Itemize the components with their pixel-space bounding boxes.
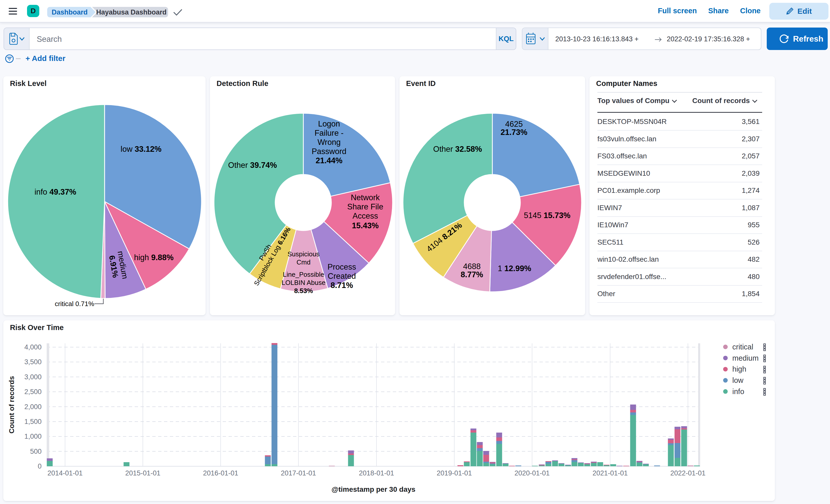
svg-text:2016-01-01: 2016-01-01 <box>203 469 238 477</box>
svg-text:4688: 4688 <box>463 262 481 271</box>
svg-text:Count of records: Count of records <box>8 376 15 434</box>
svg-text:Process: Process <box>327 262 356 272</box>
svg-text:3,000: 3,000 <box>24 373 41 381</box>
svg-text:Wrong: Wrong <box>318 138 341 147</box>
svg-text:Logon: Logon <box>318 119 340 128</box>
svg-text:Other 32.58%: Other 32.58% <box>433 145 482 154</box>
svg-text:high: high <box>732 365 746 373</box>
svg-text:Hayabusa Dashboard: Hayabusa Dashboard <box>96 8 166 16</box>
svg-text:2,000: 2,000 <box>24 403 41 411</box>
svg-text:LOLBIN Abuse: LOLBIN Abuse <box>282 279 325 286</box>
svg-text:8.53%: 8.53% <box>294 287 313 294</box>
svg-text:2018-01-01: 2018-01-01 <box>359 469 394 477</box>
svg-text:2015-01-01: 2015-01-01 <box>125 469 160 477</box>
svg-text:info 49.37%: info 49.37% <box>34 187 76 196</box>
svg-text:high 9.88%: high 9.88% <box>134 253 173 262</box>
svg-text:1 12.99%: 1 12.99% <box>498 264 531 273</box>
svg-text:Cmd: Cmd <box>297 258 311 266</box>
svg-text:4625: 4625 <box>505 120 523 129</box>
svg-text:0: 0 <box>38 463 41 470</box>
svg-text:Other 39.74%: Other 39.74% <box>228 161 277 169</box>
svg-text:21.73%: 21.73% <box>501 128 527 137</box>
svg-text:21.44%: 21.44% <box>316 156 342 165</box>
svg-text:4,000: 4,000 <box>24 343 41 351</box>
svg-text:500: 500 <box>30 448 41 455</box>
svg-text:Failure -: Failure - <box>315 129 344 137</box>
svg-text:2,500: 2,500 <box>24 388 41 396</box>
svg-text:2019-01-01: 2019-01-01 <box>437 469 472 477</box>
svg-text:Suspicious: Suspicious <box>287 250 320 258</box>
svg-text:2017-01-01: 2017-01-01 <box>281 469 316 477</box>
svg-text:3,500: 3,500 <box>24 358 41 366</box>
svg-text:15.43%: 15.43% <box>352 221 379 230</box>
svg-text:2014-01-01: 2014-01-01 <box>47 469 83 477</box>
svg-text:1,000: 1,000 <box>24 433 41 440</box>
svg-text:@timestamp per 30 days: @timestamp per 30 days <box>331 485 415 493</box>
svg-text:Network: Network <box>351 193 380 202</box>
svg-text:2022-01-01: 2022-01-01 <box>670 469 705 477</box>
svg-text:8.71%: 8.71% <box>330 281 353 290</box>
svg-text:low: low <box>732 376 744 384</box>
svg-text:critical: critical <box>732 343 753 351</box>
svg-text:Created: Created <box>328 272 356 281</box>
svg-text:critical 0.71%: critical 0.71% <box>55 300 94 308</box>
svg-text:Line_Possible: Line_Possible <box>283 271 324 278</box>
svg-text:5145 15.73%: 5145 15.73% <box>524 211 571 220</box>
svg-text:1,500: 1,500 <box>24 418 41 426</box>
svg-text:Access: Access <box>352 212 378 220</box>
svg-text:info: info <box>732 387 744 396</box>
svg-text:2020-01-01: 2020-01-01 <box>514 469 550 477</box>
svg-text:2021-01-01: 2021-01-01 <box>593 469 628 477</box>
svg-text:Password: Password <box>312 147 346 156</box>
svg-text:Share File: Share File <box>347 202 383 211</box>
svg-text:8.77%: 8.77% <box>461 270 483 279</box>
svg-text:low 33.12%: low 33.12% <box>121 145 161 154</box>
svg-text:medium: medium <box>732 354 759 362</box>
svg-text:Dashboard: Dashboard <box>52 8 88 16</box>
